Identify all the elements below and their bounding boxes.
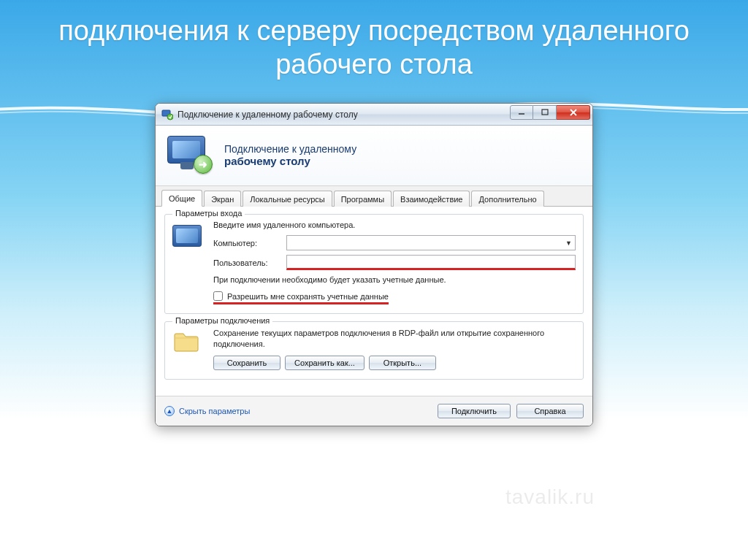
login-legend: Параметры входа xyxy=(172,209,245,218)
tab-general[interactable]: Общие xyxy=(161,190,202,207)
watermark-text: tavalik.ru xyxy=(505,486,595,509)
header-banner: ➜ Подключение к удаленному рабочему стол… xyxy=(156,126,592,185)
open-button[interactable]: Открыть... xyxy=(369,356,436,370)
save-credentials-label: Разрешить мне сохранять учетные данные xyxy=(227,292,389,301)
rdp-monitor-icon: ➜ xyxy=(167,136,214,174)
tab-experience[interactable]: Взаимодействие xyxy=(393,191,470,207)
rdp-app-icon xyxy=(161,109,173,120)
close-button[interactable] xyxy=(557,105,590,120)
save-as-button[interactable]: Сохранить как... xyxy=(285,356,365,370)
computer-combobox[interactable]: ▼ xyxy=(286,235,576,250)
titlebar[interactable]: Подключение к удаленному рабочему столу xyxy=(156,104,592,126)
credentials-note: При подключении необходимо будет указать… xyxy=(213,275,576,285)
login-instruction: Введите имя удаленного компьютера. xyxy=(213,220,576,229)
tab-advanced[interactable]: Дополнительно xyxy=(471,191,543,207)
tab-local-resources[interactable]: Локальные ресурсы xyxy=(243,191,332,207)
minimize-button[interactable] xyxy=(510,105,533,120)
computer-label: Компьютер: xyxy=(213,239,279,248)
connection-legend: Параметры подключения xyxy=(172,316,272,325)
tab-programs[interactable]: Программы xyxy=(334,191,392,207)
tab-strip: Общие Экран Локальные ресурсы Программы … xyxy=(156,185,592,206)
header-line1: Подключение к удаленному xyxy=(224,143,356,155)
connect-button[interactable]: Подключить xyxy=(438,404,511,418)
maximize-button[interactable] xyxy=(533,105,557,120)
help-button[interactable]: Справка xyxy=(516,404,584,418)
save-credentials-checkbox[interactable] xyxy=(213,291,223,301)
tab-display[interactable]: Экран xyxy=(204,191,241,207)
window-title: Подключение к удаленному рабочему столу xyxy=(178,110,358,120)
svg-rect-3 xyxy=(542,110,548,115)
collapse-arrow-icon: ▲ xyxy=(164,406,175,416)
computer-icon xyxy=(172,220,205,304)
connection-settings-group: Параметры подключения Сохранение текущих… xyxy=(164,321,584,380)
rdp-window: Подключение к удаленному рабочему столу … xyxy=(155,103,593,426)
username-input[interactable] xyxy=(286,255,576,270)
slide-title: подключения к серверу посредством удален… xyxy=(0,15,748,81)
save-button[interactable]: Сохранить xyxy=(213,356,280,370)
hide-options-link[interactable]: ▲ Скрыть параметры xyxy=(164,406,250,416)
login-settings-group: Параметры входа Введите имя удаленного к… xyxy=(164,214,584,314)
folder-icon xyxy=(172,328,205,370)
header-line2: рабочему столу xyxy=(224,155,356,167)
connection-note: Сохранение текущих параметров подключени… xyxy=(213,328,576,350)
chevron-down-icon: ▼ xyxy=(565,239,572,247)
user-label: Пользователь: xyxy=(213,258,279,267)
